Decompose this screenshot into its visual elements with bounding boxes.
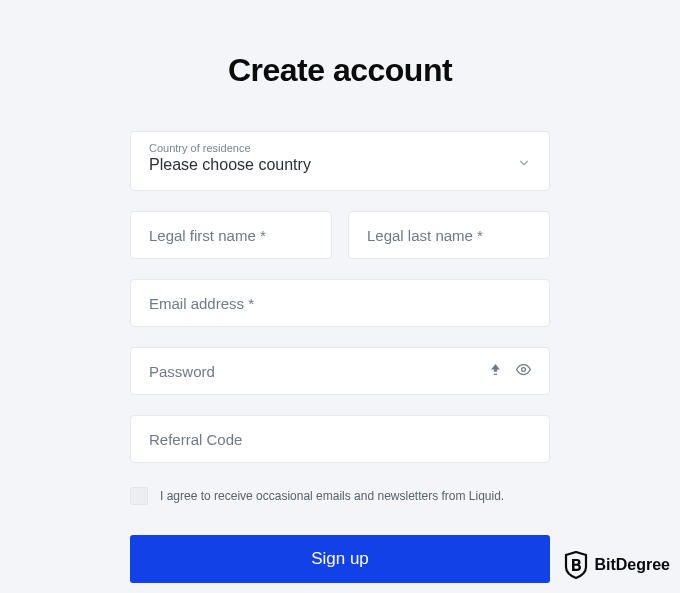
- svg-point-0: [522, 367, 526, 371]
- password-icons: [489, 362, 531, 381]
- signup-form-container: Create account Country of residence Plea…: [0, 0, 680, 583]
- first-name-field-wrapper: [130, 211, 332, 259]
- last-name-field-wrapper: [348, 211, 550, 259]
- watermark: BitDegree: [564, 551, 670, 579]
- caps-lock-icon: [489, 362, 502, 380]
- last-name-field[interactable]: [367, 227, 531, 244]
- referral-field-wrapper: [130, 415, 550, 463]
- watermark-text: BitDegree: [594, 556, 670, 574]
- eye-icon[interactable]: [516, 362, 531, 381]
- country-placeholder: Please choose country: [149, 156, 311, 174]
- country-select[interactable]: Country of residence Please choose count…: [130, 131, 550, 191]
- password-field[interactable]: [149, 363, 489, 380]
- newsletter-row: I agree to receive occasional emails and…: [130, 487, 550, 505]
- signup-button[interactable]: Sign up: [130, 535, 550, 583]
- newsletter-checkbox[interactable]: [130, 487, 148, 505]
- signup-form: Country of residence Please choose count…: [130, 131, 550, 583]
- page-title: Create account: [228, 52, 452, 89]
- newsletter-label: I agree to receive occasional emails and…: [160, 489, 504, 503]
- email-field-wrapper: [130, 279, 550, 327]
- referral-field[interactable]: [149, 431, 531, 448]
- bitdegree-logo-icon: [564, 551, 588, 579]
- email-field[interactable]: [149, 295, 531, 312]
- first-name-field[interactable]: [149, 227, 313, 244]
- chevron-down-icon: [517, 156, 531, 174]
- country-select-value: Please choose country: [149, 156, 531, 174]
- password-field-wrapper: [130, 347, 550, 395]
- name-row: [130, 211, 550, 259]
- country-label: Country of residence: [149, 142, 531, 154]
